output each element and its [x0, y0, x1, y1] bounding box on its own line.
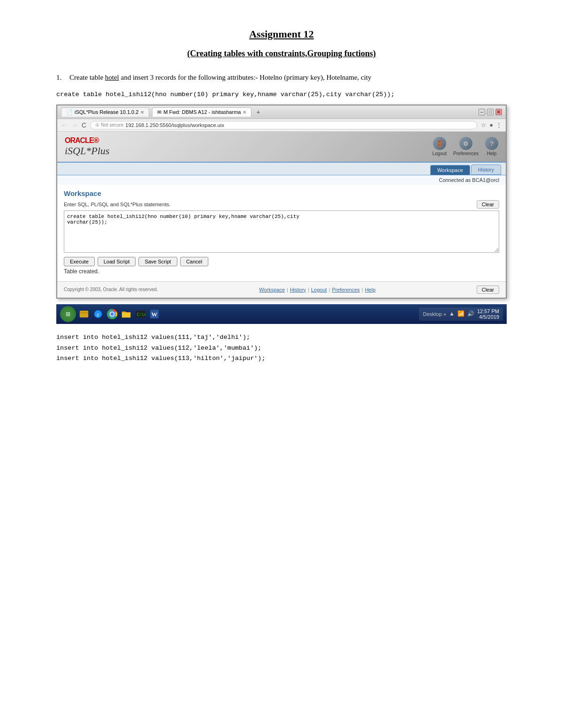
tab2-close-icon[interactable]: ✕ [243, 110, 246, 115]
assignment-body: 1. Create table hotel and insert 3 recor… [56, 72, 507, 100]
taskbar-explorer-icon[interactable] [78, 308, 90, 320]
help-icon: ? [485, 137, 498, 150]
footer-clear-area: Clear [477, 285, 499, 294]
svg-rect-3 [80, 312, 88, 313]
svg-rect-2 [80, 310, 88, 317]
oracle-logo-area: ORACLE® iSQL*Plus [65, 136, 109, 157]
oracle-header: ORACLE® iSQL*Plus 🚪 Logout ⚙ Preferences… [57, 132, 506, 163]
preferences-icon-item[interactable]: ⚙ Preferences [453, 137, 479, 156]
cancel-button[interactable]: Cancel [180, 257, 208, 266]
assignment-title: Assignment 12 [56, 28, 507, 40]
windows-taskbar: ⊞ e C:\>_ W Desktop » ▲ 📶 🔊 12: [56, 304, 507, 324]
tray-volume-icon: 🔊 [467, 310, 474, 317]
oracle-header-icons: 🚪 Logout ⚙ Preferences ? Help [432, 137, 498, 156]
oracle-logo: ORACLE® [65, 136, 109, 145]
back-button[interactable]: ← [61, 121, 68, 129]
address-url: 192.168.1.250:5560/isqlplus/workspace.ui… [125, 122, 224, 128]
execute-button[interactable]: Execute [64, 257, 95, 266]
registered-mark: ® [94, 136, 99, 144]
question-1: 1. Create table hotel and insert 3 recor… [56, 72, 507, 83]
footer-history-link[interactable]: History [290, 287, 306, 293]
oracle-footer: Copyright © 2003, Oracle. All rights res… [57, 281, 506, 298]
menu-icon[interactable]: ⋮ [496, 121, 502, 128]
taskbar-chrome-icon[interactable] [106, 308, 118, 320]
start-button[interactable]: ⊞ [60, 306, 76, 322]
logout-label: Logout [432, 151, 447, 156]
connected-status: Connected as BCA1@orcl [57, 175, 506, 185]
taskbar-desktop-label[interactable]: Desktop » [423, 311, 446, 317]
oracle-workspace: Workspace Enter SQL, PL/SQL and SQL*Plus… [57, 185, 506, 281]
desktop-text: Desktop [423, 311, 441, 317]
close-button[interactable]: ✕ [495, 109, 502, 115]
tab2-icon: ✉ [157, 109, 161, 115]
footer-preferences-link[interactable]: Preferences [332, 287, 360, 293]
maximize-button[interactable]: □ [487, 109, 494, 115]
question-text: Create table hotel and insert 3 records … [69, 72, 507, 83]
copyright-text: Copyright © 2003, Oracle. All rights res… [64, 287, 158, 292]
browser-tab-2[interactable]: ✉ M Fwd: DBMS A12 - ishitasharma ✕ [152, 107, 251, 117]
insert-line-2: insert into hotel_ishi12 values(112,'lee… [56, 343, 507, 354]
new-tab-icon[interactable]: + [254, 108, 262, 116]
load-script-button[interactable]: Load Script [98, 257, 136, 266]
tray-up-arrow[interactable]: ▲ [449, 310, 455, 317]
account-icon[interactable]: ● [489, 121, 493, 128]
tab1-icon: 📄 [66, 109, 73, 115]
insert-section: insert into hotel_ishi12 values(111,'taj… [56, 332, 507, 365]
taskbar-time: 12:57 PM 4/5/2019 [477, 308, 499, 320]
tab1-close-icon[interactable]: ✕ [140, 110, 144, 115]
assignment-subtitle: (Creating tables with constraints,Groupi… [56, 49, 507, 59]
tab-history[interactable]: History [471, 165, 501, 175]
help-label: Help [487, 151, 497, 156]
tray-network-icon: 📶 [457, 310, 464, 317]
code-line-create: create table hotel_ishi12(hno number(10)… [56, 90, 507, 100]
browser-tab-1[interactable]: 📄 iSQL*Plus Release 10.1.0.2 ✕ [61, 107, 149, 117]
workspace-title: Workspace [64, 189, 499, 197]
taskbar-right-area: Desktop » ▲ 📶 🔊 12:57 PM 4/5/2019 [419, 308, 503, 321]
help-icon-item[interactable]: ? Help [485, 137, 498, 156]
date-display: 4/5/2019 [477, 314, 499, 320]
footer-help-link[interactable]: Help [365, 287, 376, 293]
clear-top-button[interactable]: Clear [477, 200, 499, 209]
workspace-hint: Enter SQL, PL/SQL and SQL*Plus statement… [64, 200, 499, 209]
logout-icon-item[interactable]: 🚪 Logout [432, 137, 447, 156]
browser-toolbar-icons: ☆ ● ⋮ [481, 121, 502, 128]
footer-workspace-link[interactable]: Workspace [259, 287, 285, 293]
taskbar-ie-icon[interactable]: e [92, 308, 104, 320]
footer-logout-link[interactable]: Logout [311, 287, 327, 293]
svg-text:C:\>_: C:\>_ [137, 312, 145, 316]
window-controls: ─ □ ✕ [479, 109, 502, 115]
workspace-buttons: Execute Load Script Save Script Cancel [64, 257, 499, 266]
result-text: Table created. [64, 268, 499, 275]
question-number: 1. [56, 72, 66, 83]
address-field[interactable]: ① Not secure 192.168.1.250:5560/isqlplus… [90, 121, 477, 129]
svg-text:W: W [152, 311, 158, 317]
minimize-button[interactable]: ─ [479, 109, 485, 115]
underline-hotel: hotel [105, 74, 119, 81]
preferences-label: Preferences [453, 151, 479, 156]
svg-text:⊞: ⊞ [66, 311, 70, 317]
logout-icon: 🚪 [433, 137, 446, 150]
document-title: Assignment 12 [56, 28, 507, 40]
star-icon[interactable]: ☆ [481, 121, 487, 128]
sql-textarea[interactable]: create table hotel_ishi12(hno number(10)… [64, 210, 499, 253]
taskbar-word-icon[interactable]: W [148, 308, 160, 320]
forward-button[interactable]: → [71, 121, 78, 129]
taskbar-terminal-icon[interactable]: C:\>_ [134, 308, 146, 320]
taskbar-arrow: » [443, 311, 446, 317]
svg-point-8 [110, 312, 114, 315]
clear-bottom-button[interactable]: Clear [477, 285, 499, 294]
browser-addressbar: ← → C ① Not secure 192.168.1.250:5560/is… [57, 119, 506, 132]
save-script-button[interactable]: Save Script [138, 257, 177, 266]
oracle-nav-tabs: Workspace History [57, 163, 506, 175]
insert-line-3: insert into hotel_ishi12 values(113,'hil… [56, 353, 507, 364]
secure-indicator: ① Not secure [95, 122, 123, 128]
taskbar-folder-icon[interactable] [120, 308, 132, 320]
oracle-text: ORACLE [65, 136, 94, 144]
document-subtitle: (Creating tables with constraints,Groupi… [56, 49, 507, 59]
tab1-label: iSQL*Plus Release 10.1.0.2 [75, 109, 138, 115]
tab-workspace[interactable]: Workspace [430, 165, 470, 175]
tab2-label: M Fwd: DBMS A12 - ishitasharma [163, 109, 241, 115]
refresh-button[interactable]: C [82, 121, 86, 129]
browser-tabs-area: 📄 iSQL*Plus Release 10.1.0.2 ✕ ✉ M Fwd: … [61, 107, 262, 117]
hint-text: Enter SQL, PL/SQL and SQL*Plus statement… [64, 202, 171, 207]
